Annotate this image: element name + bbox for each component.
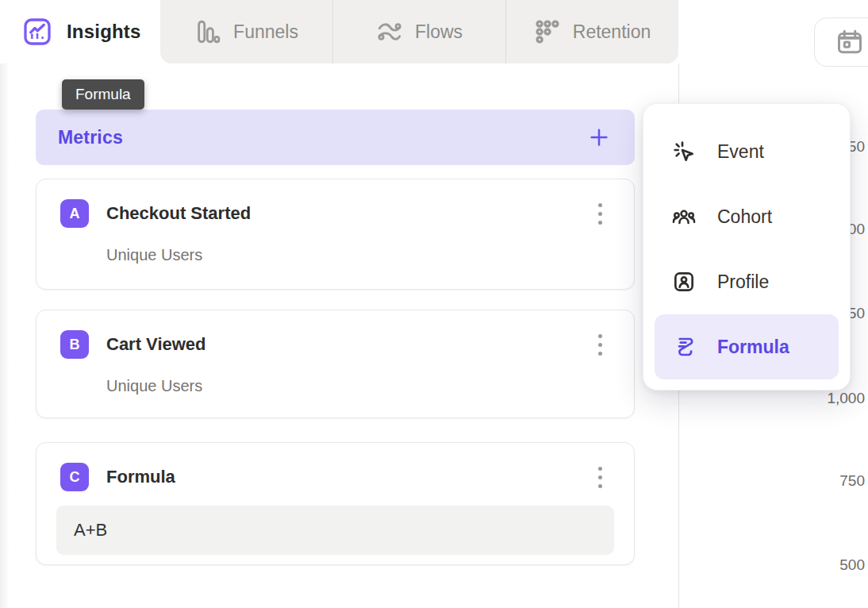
menu-item-profile[interactable]: Profile — [655, 249, 839, 314]
menu-item-label: Cohort — [717, 206, 772, 228]
people-icon — [671, 204, 697, 229]
panel-edge-shadow — [0, 63, 10, 608]
funnels-icon — [194, 18, 221, 45]
date-range-button[interactable] — [814, 17, 868, 67]
metric-badge: C — [60, 463, 89, 491]
menu-item-label: Event — [717, 141, 764, 163]
metric-card-c[interactable]: C Formula A+B — [36, 442, 635, 565]
metric-options-button[interactable] — [588, 329, 612, 360]
menu-item-event[interactable]: Event — [655, 119, 839, 184]
formula-scroll-icon — [671, 334, 697, 360]
metric-type-menu: Event Cohort Profile — [643, 103, 851, 391]
tab-funnels-label: Funnels — [233, 21, 298, 43]
metric-card-row: C Formula — [60, 462, 612, 492]
formula-tooltip: Formula — [62, 79, 144, 110]
tab-flows[interactable]: Flows — [332, 0, 505, 63]
y-axis-tick: 1,000 — [770, 390, 865, 407]
metrics-header: Metrics — [36, 110, 635, 165]
metric-card-row: B Cart Viewed — [60, 329, 612, 360]
insights-chart-icon — [21, 16, 53, 48]
tab-insights[interactable]: Insights — [0, 0, 160, 63]
metric-title: Cart Viewed — [106, 334, 588, 355]
retention-icon — [534, 18, 561, 45]
flows-icon — [376, 18, 403, 45]
metric-options-button[interactable] — [588, 462, 612, 492]
metric-badge: B — [60, 330, 89, 359]
metric-card-a[interactable]: A Checkout Started Unique Users — [36, 179, 635, 290]
formula-input[interactable]: A+B — [56, 506, 614, 555]
tab-retention[interactable]: Retention — [505, 0, 678, 63]
menu-item-label: Formula — [717, 337, 789, 358]
metric-card-row: A Checkout Started — [60, 198, 612, 229]
menu-item-label: Profile — [717, 271, 769, 293]
insights-app: Insights Funnels Flows — [0, 0, 868, 608]
tab-funnels[interactable]: Funnels — [160, 0, 332, 63]
metric-measurement[interactable]: Unique Users — [106, 246, 612, 264]
metric-card-b[interactable]: B Cart Viewed Unique Users — [36, 310, 635, 418]
metric-badge: A — [60, 199, 89, 228]
calendar-icon — [835, 28, 864, 56]
y-axis-tick: 500 — [770, 556, 865, 574]
metric-measurement[interactable]: Unique Users — [106, 377, 612, 395]
menu-item-cohort[interactable]: Cohort — [655, 184, 839, 249]
tab-retention-label: Retention — [573, 21, 651, 43]
tab-group: Funnels Flows Retention — [160, 0, 678, 63]
cursor-click-icon — [671, 139, 697, 164]
metric-options-button[interactable] — [588, 198, 612, 229]
tab-insights-label: Insights — [67, 21, 141, 43]
metric-title: Checkout Started — [106, 203, 588, 224]
menu-item-formula[interactable]: Formula — [655, 314, 839, 379]
metrics-title: Metrics — [58, 127, 123, 148]
y-axis-tick: 750 — [770, 472, 865, 490]
metric-title: Formula — [106, 467, 588, 487]
tab-flows-label: Flows — [415, 21, 463, 43]
plus-icon — [587, 125, 611, 149]
add-metric-button[interactable] — [586, 124, 613, 151]
profile-badge-icon — [671, 269, 697, 294]
